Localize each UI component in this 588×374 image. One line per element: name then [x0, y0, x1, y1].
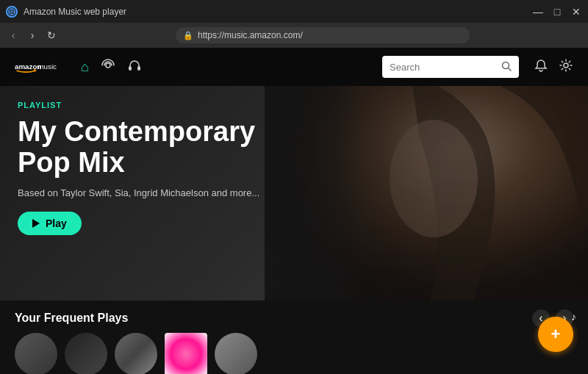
- headphones-icon[interactable]: [127, 58, 142, 76]
- notification-icon[interactable]: [534, 58, 548, 76]
- play-button[interactable]: Play: [18, 212, 82, 235]
- browser-titlebar: Amazon Music web player — □ ✕: [0, 0, 588, 23]
- hero-tag: PLAYLIST: [18, 101, 294, 109]
- play-label: Play: [46, 217, 67, 229]
- hero-section: PLAYLIST My Contemporary Pop Mix Based o…: [0, 86, 588, 301]
- section-header: Your Frequent Plays ‹ ›: [0, 301, 588, 333]
- play-icon: [32, 219, 40, 228]
- url-text: https://music.amazon.com/: [198, 30, 303, 40]
- hero-content: PLAYLIST My Contemporary Pop Mix Based o…: [18, 101, 294, 235]
- album-thumb-3[interactable]: [115, 333, 157, 374]
- section-title: Your Frequent Plays: [15, 312, 128, 325]
- svg-text:music: music: [38, 62, 57, 71]
- svg-line-10: [509, 68, 512, 71]
- bottom-section: Your Frequent Plays ‹ › ♪ +: [0, 301, 588, 374]
- svg-rect-7: [129, 66, 132, 71]
- forward-button[interactable]: ›: [25, 29, 40, 41]
- refresh-button[interactable]: ↻: [44, 29, 59, 41]
- lock-icon: 🔒: [183, 31, 193, 40]
- hero-person-image: [265, 86, 588, 301]
- right-icons: [534, 58, 573, 76]
- logo-svg: amazon music: [15, 57, 59, 77]
- amazon-music-logo: amazon music: [15, 57, 59, 77]
- radio-icon[interactable]: [101, 58, 115, 76]
- music-note-icon: ♪: [571, 311, 576, 323]
- home-icon[interactable]: ⌂: [81, 60, 89, 75]
- floating-add-button[interactable]: ♪ +: [538, 317, 573, 352]
- address-field[interactable]: 🔒 https://music.amazon.com/: [176, 27, 470, 43]
- album-thumb-2[interactable]: [65, 333, 107, 374]
- svg-rect-8: [137, 66, 140, 71]
- add-icon: +: [551, 326, 561, 342]
- svg-point-6: [106, 63, 110, 68]
- svg-point-13: [390, 120, 478, 237]
- svg-rect-14: [265, 86, 588, 301]
- browser-addressbar: ‹ › ↻ 🔒 https://music.amazon.com/: [0, 23, 588, 48]
- album-thumb-1[interactable]: [15, 333, 57, 374]
- nav-icons: ⌂: [81, 58, 142, 76]
- search-box[interactable]: [382, 56, 519, 78]
- svg-point-11: [564, 63, 568, 68]
- maximize-button[interactable]: □: [551, 6, 563, 18]
- top-navigation: amazon music ⌂: [0, 48, 588, 86]
- settings-icon[interactable]: [559, 58, 573, 76]
- search-icon: [501, 61, 512, 73]
- svg-rect-12: [265, 86, 588, 301]
- album-row: [0, 333, 588, 374]
- hero-subtitle: Based on Taylor Swift, Sia, Ingrid Micha…: [18, 187, 294, 198]
- minimize-button[interactable]: —: [532, 6, 544, 18]
- browser-favicon: [6, 6, 18, 18]
- browser-window-controls: — □ ✕: [532, 6, 582, 18]
- app-container: amazon music ⌂: [0, 48, 588, 374]
- browser-title: Amazon Music web player: [24, 7, 526, 17]
- album-thumb-5[interactable]: [215, 333, 257, 374]
- hero-title: My Contemporary Pop Mix: [18, 117, 294, 179]
- back-button[interactable]: ‹: [6, 29, 21, 41]
- search-input[interactable]: [390, 62, 495, 73]
- close-button[interactable]: ✕: [570, 6, 582, 18]
- album-thumb-4[interactable]: [165, 333, 207, 374]
